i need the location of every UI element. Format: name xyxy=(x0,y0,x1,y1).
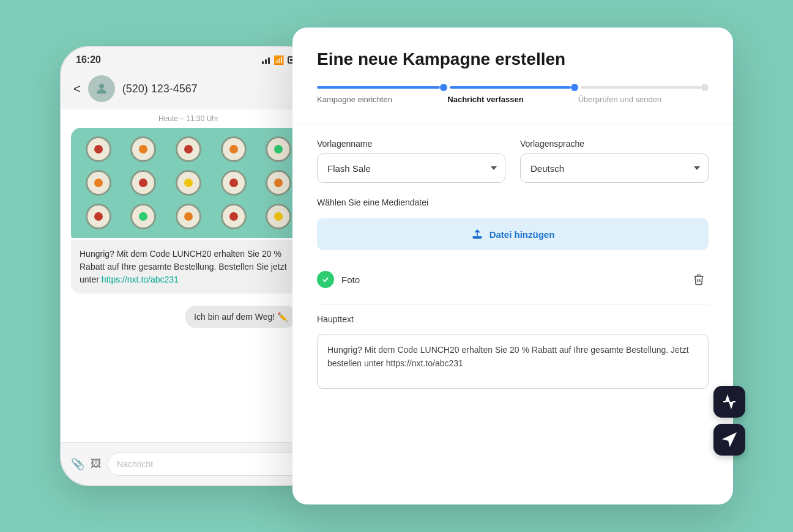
progress-steps: Kampagne einrichten Nachricht verfassen … xyxy=(317,84,709,104)
template-lang-select[interactable]: Deutsch English Français Español xyxy=(520,153,709,183)
template-name-select[interactable]: Flash Sale Summer Deal Winter Special xyxy=(317,153,505,183)
haupttext-label: Haupttext xyxy=(317,314,709,324)
chat-timestamp: Heute – 11:30 Uhr xyxy=(61,114,316,123)
svg-point-0 xyxy=(99,84,104,89)
media-text-divider xyxy=(317,304,709,305)
message-link[interactable]: https://nxt.to/abc231 xyxy=(102,275,179,284)
image-icon[interactable]: 🖼 xyxy=(91,457,102,470)
chart-fab[interactable] xyxy=(713,386,745,418)
phone-time: 16:20 xyxy=(76,54,101,65)
megaphone-fab[interactable] xyxy=(713,424,745,456)
check-icon xyxy=(317,271,334,288)
media-item-left: Foto xyxy=(317,271,360,288)
media-section: Wählen Sie eine Mediendatei Datei hinzüg… xyxy=(317,198,709,294)
signal-icon xyxy=(262,56,270,64)
template-lang-label: Vorlagensprache xyxy=(520,139,709,149)
media-label: Wählen Sie eine Mediendatei xyxy=(317,198,709,207)
sushi-image xyxy=(71,128,306,238)
template-name-select-wrapper[interactable]: Flash Sale Summer Deal Winter Special xyxy=(317,153,505,183)
haupttext-section: Haupttext Hungrig? Mit dem Code LUNCH20 … xyxy=(317,314,709,389)
template-row: Vorlagenname Flash Sale Summer Deal Wint… xyxy=(317,139,709,183)
chat-body: Heute – 11:30 Uhr xyxy=(61,109,316,480)
avatar xyxy=(88,75,115,102)
reply-container: Ich bin auf dem Weg! ✏️ xyxy=(61,298,316,335)
step-3: Überprüfen und senden xyxy=(578,84,709,104)
phone-mockup: 16:20 📶 < (520) 123-4567 Heute – 11:30 U… xyxy=(60,46,317,486)
template-name-label: Vorlagenname xyxy=(317,139,505,149)
haupttext-wrapper[interactable]: Hungrig? Mit dem Code LUNCH20 erhalten S… xyxy=(317,334,709,389)
haupttext-value: Hungrig? Mit dem Code LUNCH20 erhalten S… xyxy=(327,343,698,371)
template-lang-select-wrapper[interactable]: Deutsch English Français Español xyxy=(520,153,709,183)
phone-header: < (520) 123-4567 xyxy=(61,70,316,109)
message-text: Hungrig? Mit dem Code LUNCH20 erhalten S… xyxy=(80,248,297,286)
step-2-label: Nachricht verfassen xyxy=(447,95,523,104)
media-file-item: Foto xyxy=(317,265,709,294)
template-lang-group: Vorlagensprache Deutsch English Français… xyxy=(520,139,709,183)
fab-group xyxy=(713,386,745,456)
campaign-panel: Eine neue Kampagne erstellen Kampagne ei… xyxy=(292,28,733,504)
upload-icon xyxy=(471,228,483,240)
step-1: Kampagne einrichten xyxy=(317,84,447,104)
chat-input-bar: 📎 🖼 Nachricht xyxy=(61,442,316,485)
upload-button-label: Datei hinzügen xyxy=(490,229,555,240)
input-left-icons: 📎 🖼 xyxy=(71,457,102,471)
back-button[interactable]: < xyxy=(73,82,81,96)
form-divider xyxy=(292,124,733,124)
step-3-label: Überprüfen und senden xyxy=(578,95,662,104)
template-name-group: Vorlagenname Flash Sale Summer Deal Wint… xyxy=(317,139,505,183)
message-input[interactable]: Nachricht xyxy=(108,453,306,476)
campaign-title: Eine neue Kampagne erstellen xyxy=(317,50,709,69)
text-message-bubble: Hungrig? Mit dem Code LUNCH20 erhalten S… xyxy=(71,240,306,294)
status-bar: 16:20 📶 xyxy=(61,47,316,70)
wifi-icon: 📶 xyxy=(274,55,284,65)
step-1-label: Kampagne einrichten xyxy=(317,95,392,104)
contact-name: (520) 123-4567 xyxy=(122,83,198,95)
attach-icon[interactable]: 📎 xyxy=(71,457,84,471)
reply-bubble: Ich bin auf dem Weg! ✏️ xyxy=(185,306,296,328)
upload-button[interactable]: Datei hinzügen xyxy=(317,218,709,250)
image-message-bubble xyxy=(71,128,306,238)
step-2: Nachricht verfassen xyxy=(447,84,578,104)
media-filename: Foto xyxy=(341,275,360,285)
delete-media-button[interactable] xyxy=(689,270,709,289)
